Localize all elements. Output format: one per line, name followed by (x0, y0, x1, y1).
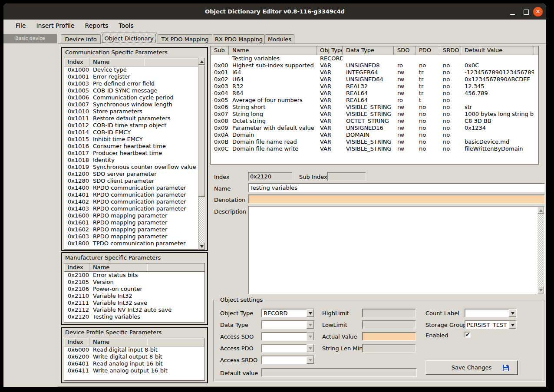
tab-modules[interactable]: Modules (265, 34, 294, 44)
table-row[interactable]: 0x08Octet stringVAROCTET_STRINGrwnonoC8 … (211, 118, 538, 125)
enabled-checkbox[interactable]: ✔ (465, 332, 471, 338)
table-row[interactable]: 0x0CDomain file name writeVARVISIBLE_STR… (211, 145, 538, 152)
table-row[interactable]: 0x07String longVARVISIBLE_STRINGrwnono10… (211, 111, 538, 118)
table-row[interactable]: 0x0ADomainVARDOMAINrwnono (211, 132, 538, 138)
table-row[interactable]: 0x1015Inhibit time EMCY (64, 136, 198, 143)
combo-dropdown-button[interactable] (307, 344, 314, 352)
table-row[interactable]: 0x1006Communication cycle period (64, 94, 198, 101)
table-row[interactable]: 0x2120Testing variables (64, 313, 204, 320)
table-body: Testing variablesRECORD0x00Highest sub-i… (211, 55, 538, 152)
table-row[interactable]: 0x1014COB-ID EMCY (64, 129, 198, 136)
access-pdo-combobox[interactable] (261, 344, 314, 352)
combo-dropdown-button[interactable] (307, 333, 314, 340)
combo-dropdown-button[interactable] (307, 356, 314, 364)
table-row[interactable]: 0x01I64VARINTEGER64rwtrno-12345678901234… (211, 69, 538, 76)
table-row[interactable]: Testing variablesRECORD (211, 55, 538, 62)
table-row[interactable]: 0x1280SDO client parameter (64, 178, 198, 184)
table-row[interactable]: 0x03R32VARREAL32rwtrno12.345 (211, 83, 538, 90)
table-row[interactable]: 0x1200SDO server parameter (64, 171, 198, 178)
close-button[interactable]: ✕ (533, 7, 543, 16)
table-row[interactable]: 0x02U64VARUNSIGNED64rwtrno0x1234567890AB… (211, 76, 538, 83)
table-row[interactable]: 0x1005COB-ID SYNC message (64, 87, 198, 94)
sidebar-item-basic-device[interactable]: Basic device (3, 34, 57, 43)
combo-dropdown-button[interactable] (307, 309, 314, 317)
combo-dropdown-button[interactable] (509, 321, 516, 329)
low-limit-field[interactable] (362, 320, 416, 329)
denotation-field[interactable] (248, 194, 545, 204)
description-field[interactable] (249, 207, 539, 294)
scrollbar-thumb[interactable] (198, 65, 205, 197)
table-row[interactable]: 0x6401Read analog input 16-bit (64, 360, 204, 367)
table-row[interactable]: 0x1019Synchronous counter overflow value (64, 164, 198, 171)
actual-value-field[interactable] (362, 332, 416, 341)
table-row[interactable]: 0x0BDomain file name readVARVISIBLE_STRI… (211, 138, 538, 145)
string-len-min-field[interactable] (362, 344, 416, 352)
scroll-up-button[interactable] (198, 58, 205, 65)
table-row[interactable]: 0x1007Synchronous window length (64, 101, 198, 108)
tab-rx-pdo-mapping[interactable]: RX PDO Mapping (213, 34, 265, 44)
table-row[interactable]: 0x1001Error register (64, 73, 198, 80)
table-row[interactable]: 0x2110Variable Int32 (64, 293, 204, 300)
tab-device-info[interactable]: Device Info (61, 34, 101, 44)
access-sdo-combobox[interactable] (261, 332, 314, 341)
table-row[interactable]: 0x00Highest sub-index supportedVARUNSIGN… (211, 62, 538, 69)
table-row[interactable]: 0x1402RPDO communication parameter (64, 198, 198, 205)
tab-tx-pdo-mapping[interactable]: TX PDO Mapping (158, 34, 212, 44)
panel-communication-parameters: Communication Specific Parameters IndexN… (61, 47, 208, 251)
scroll-down-button[interactable] (538, 287, 544, 293)
combo-dropdown-button[interactable] (307, 321, 314, 329)
table-row[interactable]: 0x1017Producer heartbeat time (64, 150, 198, 157)
column-header: SDO (394, 46, 416, 55)
default-value-field[interactable] (261, 368, 417, 377)
object-type-combobox[interactable]: RECORD (261, 309, 314, 317)
menu-reports[interactable]: Reports (80, 21, 114, 30)
table-row[interactable]: 0x09Parameter with default valueVARUNSIG… (211, 125, 538, 132)
table-row[interactable]: 0x1012COB-ID time stamp object (64, 122, 198, 129)
menu-insert-profile[interactable]: Insert Profile (31, 21, 79, 30)
scroll-down-button[interactable] (198, 243, 205, 250)
vertical-scrollbar[interactable] (198, 58, 205, 250)
table-row[interactable]: 0x1800TPDO communication parameter (64, 240, 198, 247)
table-row[interactable]: 0x1602RPDO mapping parameter (64, 226, 198, 233)
table-row[interactable]: 0x6200Write digital output 8-bit (64, 353, 204, 360)
count-label-combobox[interactable] (465, 309, 517, 317)
table-row[interactable]: 0x1010Store parameters (64, 108, 198, 115)
data-type-combobox[interactable] (261, 320, 314, 329)
save-changes-button[interactable]: Save Changes (425, 360, 518, 375)
table-row[interactable]: 0x1401RPDO communication parameter (64, 191, 198, 198)
table-row[interactable]: 0x1403RPDO communication parameter (64, 205, 198, 212)
table-row[interactable]: 0x2100Error status bits (64, 272, 204, 279)
scroll-up-button[interactable] (538, 207, 544, 214)
table-row[interactable]: 0x04R64VARREAL64rwtrno456.789 (211, 90, 538, 97)
storage-group-combobox[interactable]: PERSIST_TEST (465, 320, 517, 329)
table-row[interactable]: 0x1601RPDO mapping parameter (64, 219, 198, 226)
table-row[interactable]: 0x1603RPDO mapping parameter (64, 233, 198, 240)
combo-dropdown-button[interactable] (509, 309, 516, 317)
table-row[interactable]: 0x1003Pre-defined error field (64, 80, 198, 87)
table-row[interactable]: 0x1400RPDO communication parameter (64, 184, 198, 191)
table-row[interactable]: 0x1011Restore default parameters (64, 115, 198, 122)
table-row[interactable]: 0x2112Variable NV Int32 auto save (64, 306, 204, 313)
name-field[interactable] (248, 183, 545, 192)
table-row[interactable]: 0x05Average of four numbersVARREAL64rotn… (211, 97, 538, 104)
menu-file[interactable]: File (10, 21, 31, 30)
table-row[interactable]: 0x6411Write analog output 16-bit (64, 367, 204, 374)
description-scrollbar[interactable] (538, 207, 544, 293)
table-row[interactable]: 0x1600RPDO mapping parameter (64, 212, 198, 219)
tab-object-dictionary[interactable]: Object Dictionary (101, 33, 157, 44)
table-row[interactable]: 0x1018Identity (64, 157, 198, 164)
table-row[interactable]: 0x2105Version (64, 279, 204, 286)
table-row[interactable]: 0x2111Variable Int32 save (64, 300, 204, 306)
table-row[interactable]: 0x1000Device type (64, 66, 198, 73)
access-srdo-combobox[interactable] (261, 356, 314, 364)
minimize-button[interactable] (510, 14, 515, 15)
table-row[interactable]: 0x1016Consumer heartbeat time (64, 143, 198, 150)
table-row[interactable]: 0x2106Power-on counter (64, 286, 204, 293)
table-row[interactable]: 0x6000Read digital input 8-bit (64, 346, 204, 353)
menu-tools[interactable]: Tools (113, 21, 139, 30)
subindex-field[interactable] (327, 172, 366, 181)
table-row[interactable]: 0x06String shortVARVISIBLE_STRINGrwnonos… (211, 104, 538, 111)
high-limit-field[interactable] (362, 309, 416, 317)
maximize-button[interactable] (524, 10, 529, 15)
index-field[interactable] (248, 172, 292, 181)
